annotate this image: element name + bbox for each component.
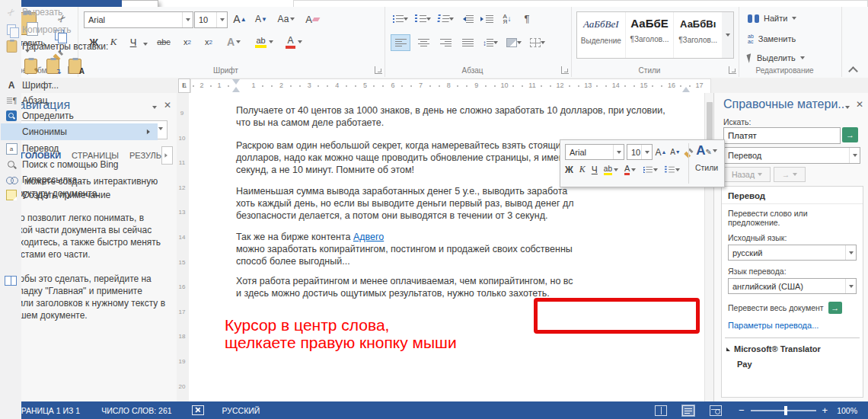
back-button[interactable]: Назад xyxy=(723,167,771,182)
reference-pane-menu-icon[interactable] xyxy=(845,106,850,111)
reference-category-combo[interactable]: Перевод xyxy=(723,147,860,164)
read-mode-button[interactable] xyxy=(655,405,667,416)
proofing-status-icon[interactable] xyxy=(192,405,204,415)
superscript-button[interactable]: x2 xyxy=(199,34,218,50)
font-name-dropdown[interactable] xyxy=(182,12,193,27)
reference-search-input[interactable]: Платят xyxy=(723,127,841,144)
mini-font-color-button[interactable]: А xyxy=(624,164,636,175)
menu-item-translate[interactable]: а Перевод xyxy=(1,140,158,157)
style-item-emphasis[interactable]: АаБбВеІ Выделение xyxy=(577,12,626,58)
vertical-ruler[interactable]: 91011121314151617181920 xyxy=(177,93,190,401)
hanging-indent-marker[interactable] xyxy=(232,87,240,92)
right-indent-marker[interactable] xyxy=(682,87,690,92)
show-marks-button[interactable]: ¶ xyxy=(520,13,534,24)
language-indicator[interactable]: РУССКИЙ xyxy=(222,406,260,415)
word-count[interactable]: ЧИСЛО СЛОВ: 261 xyxy=(101,406,171,415)
font-color-button[interactable]: А xyxy=(282,34,306,50)
paragraph-dialog-launcher[interactable] xyxy=(561,66,569,74)
target-language-dropdown[interactable] xyxy=(845,279,856,293)
change-case-button[interactable]: Аа xyxy=(275,11,298,27)
font-size-dropdown[interactable] xyxy=(216,12,227,27)
decrease-indent-button[interactable] xyxy=(459,14,474,24)
zoom-slider-thumb[interactable] xyxy=(784,406,787,415)
grow-font-button[interactable]: А▲ xyxy=(231,11,249,27)
zoom-out-button[interactable]: − xyxy=(739,405,745,416)
tabs-scroll-arrow[interactable] xyxy=(161,146,173,165)
font-size-combo[interactable]: 10 xyxy=(194,11,228,28)
justify-button[interactable] xyxy=(458,35,477,50)
mini-font-name-combo[interactable]: Arial xyxy=(565,144,624,160)
paste-keep-formatting-button[interactable]: ✎ xyxy=(22,57,40,75)
menu-item-bing-search[interactable]: Поиск с помощью Bing xyxy=(1,157,158,172)
numbering-button[interactable] xyxy=(413,14,432,24)
mini-font-size-combo[interactable]: 10 xyxy=(627,144,653,160)
paste-text-only-button[interactable]: А xyxy=(66,57,85,75)
reference-pane-close-icon[interactable]: ✕ xyxy=(856,99,863,110)
select-button[interactable]: Выделить xyxy=(748,53,805,62)
web-layout-button[interactable] xyxy=(710,405,722,416)
mini-bold-button[interactable]: Ж xyxy=(565,165,573,175)
align-right-button[interactable] xyxy=(436,35,455,50)
styles-dialog-launcher[interactable] xyxy=(729,66,736,74)
mini-styles-button[interactable]: А✎ Стили xyxy=(691,143,722,172)
target-language-combo[interactable]: английский (США) xyxy=(728,278,857,294)
horizontal-ruler[interactable]: 3211234567891011121314151617 xyxy=(190,78,711,94)
highlight-color-button[interactable]: ab xyxy=(251,34,277,50)
source-language-dropdown[interactable] xyxy=(845,245,856,260)
mini-shrink-font[interactable]: А▼ xyxy=(669,148,681,156)
find-dropdown[interactable] xyxy=(792,17,796,22)
align-left-button[interactable] xyxy=(391,34,410,51)
zoom-percentage[interactable]: 100% xyxy=(837,406,857,415)
source-language-combo[interactable]: русский xyxy=(728,245,857,261)
mini-numbering-button[interactable] xyxy=(664,165,680,174)
navigation-close-icon[interactable]: ✕ xyxy=(164,100,171,110)
menu-item-copy[interactable]: Копировать xyxy=(1,21,158,38)
find-button[interactable]: Найти xyxy=(748,14,796,23)
zoom-slider[interactable] xyxy=(751,410,816,411)
paste-merge-formatting-button[interactable]: ↴ xyxy=(44,57,62,75)
style-item-heading1[interactable]: АаБбЕ ¶Заголов... xyxy=(626,12,675,58)
clear-formatting-button[interactable]: А xyxy=(302,11,322,27)
menu-item-hyperlink[interactable]: Гиперссылка... xyxy=(1,172,158,187)
translate-document-button[interactable]: → xyxy=(828,302,842,314)
select-dropdown[interactable] xyxy=(800,56,805,62)
borders-button[interactable] xyxy=(528,35,547,50)
menu-item-cut[interactable]: ✂ Вырезать xyxy=(1,3,158,21)
mini-grow-font[interactable]: А▲ xyxy=(655,147,667,158)
translation-options-link[interactable]: Параметры перевода... xyxy=(722,314,863,330)
first-line-indent-marker[interactable] xyxy=(232,79,240,85)
mini-italic-button[interactable]: К xyxy=(579,164,586,175)
menu-item-new-comment[interactable]: Создать примечание xyxy=(1,187,158,203)
shrink-font-button[interactable]: А▼ xyxy=(252,11,270,27)
font-dialog-launcher[interactable] xyxy=(375,66,382,74)
menu-item-font[interactable]: А Шрифт... xyxy=(1,78,158,93)
increase-indent-button[interactable] xyxy=(479,14,494,24)
style-item-heading2[interactable]: АаБбВı ¶Заголов... xyxy=(674,12,722,58)
text-effects-button[interactable]: А xyxy=(222,34,245,50)
advego-hyperlink[interactable]: Адвего xyxy=(353,232,384,242)
subscript-button[interactable]: x2 xyxy=(178,34,196,50)
translator-section-header[interactable]: Microsoft® Translator xyxy=(722,338,863,353)
print-layout-button[interactable] xyxy=(682,405,694,416)
sort-button[interactable]: АЯ↓ xyxy=(499,14,515,24)
menu-item-paragraph[interactable]: ¶ Абзац... xyxy=(1,93,158,108)
search-options-dropdown[interactable] xyxy=(158,127,163,133)
line-spacing-button[interactable]: ↕ xyxy=(480,35,500,50)
menu-item-define[interactable]: Определить xyxy=(1,108,158,123)
mini-bullets-button[interactable] xyxy=(642,165,658,174)
mini-underline-button[interactable]: Ч xyxy=(592,165,598,175)
reference-category-dropdown[interactable] xyxy=(849,148,860,163)
align-center-button[interactable] xyxy=(414,35,432,50)
multilevel-list-button[interactable] xyxy=(436,14,455,24)
ruler-number: 14 xyxy=(612,82,620,89)
shading-button[interactable] xyxy=(504,35,524,50)
collapse-ribbon-icon[interactable] xyxy=(848,66,858,76)
zoom-in-button[interactable]: + xyxy=(822,405,828,416)
menu-item-synonyms[interactable]: Синонимы xyxy=(1,123,158,140)
start-search-button[interactable]: → xyxy=(842,127,858,142)
styles-gallery-more[interactable] xyxy=(722,11,734,59)
bullets-button[interactable] xyxy=(391,14,409,24)
mini-highlight-button[interactable]: ab xyxy=(604,165,618,175)
forward-button[interactable]: → xyxy=(774,167,806,182)
replace-button[interactable]: abac Заменить xyxy=(748,34,796,44)
